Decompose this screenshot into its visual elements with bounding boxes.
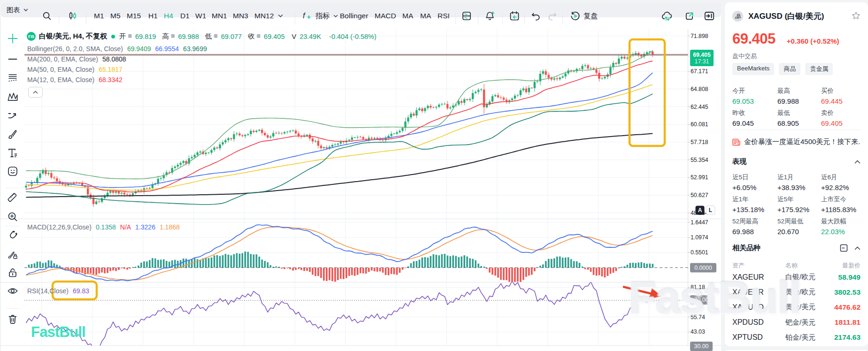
tool-text[interactable] (7, 147, 18, 159)
perf-value: 22.03% (821, 228, 864, 236)
tool-lock-drawings[interactable] (7, 249, 18, 260)
fullscreen-button[interactable] (704, 3, 715, 29)
stat-value: 69.405 (821, 119, 864, 127)
tool-ruler[interactable] (7, 193, 18, 204)
news-item[interactable]: 金价暴涨一度逼近4500美元！接下来... (732, 137, 860, 146)
tool-unlock[interactable] (7, 267, 18, 278)
pane-layout-button[interactable] (461, 3, 472, 29)
toolbar-divider (86, 12, 86, 24)
related-row-XAUEUR[interactable]: XAUEUR黄金/欧元3802.53 (732, 288, 860, 297)
rail-divider (6, 188, 20, 188)
toolbar-divider (478, 12, 478, 24)
related-name: 铂金/美元 (785, 333, 830, 342)
stat-value: 69.053 (732, 97, 776, 105)
related-price: 4476.62 (834, 303, 860, 312)
indicators-label: 指标 (315, 11, 330, 21)
perf-近5日: 近5日+6.05% (732, 173, 776, 191)
timeframe-d1[interactable]: D1 (180, 3, 190, 29)
timeframe-mn12[interactable]: MN12 (254, 3, 274, 29)
related-price: 58.949 (838, 273, 860, 282)
tool-brush[interactable] (7, 129, 18, 140)
svg-text:52.991: 52.991 (691, 174, 708, 181)
timeframe-m1[interactable]: M1 (94, 3, 104, 29)
col-name: 名称 (785, 261, 830, 270)
tag-category[interactable]: 商品 (779, 63, 800, 75)
undo-button[interactable] (531, 3, 541, 29)
tool-crosshair[interactable] (7, 33, 18, 44)
favorite-star-icon[interactable] (852, 11, 860, 22)
chevron-up-icon (854, 160, 860, 164)
alert-button[interactable] (484, 3, 495, 29)
indicator-shortcut-rsi[interactable]: RSI (438, 3, 450, 29)
svg-text:0.5501: 0.5501 (691, 249, 708, 256)
indicator-shortcut-ma2[interactable]: MA (420, 3, 431, 29)
share-button[interactable] (684, 3, 695, 29)
perf-value: +175.92% (777, 206, 821, 214)
svg-text:17:31: 17:31 (695, 58, 709, 65)
symbol-search-button[interactable] (42, 3, 52, 29)
perf-近1月: 近1月+38.93% (777, 173, 821, 191)
indicator-shortcut-ma[interactable]: MA (402, 3, 413, 29)
quote-panel: XAGUSD (白银/美元) 69.405 +0.360 (+0.52%) 盘中… (725, 2, 868, 346)
economic-calendar-button[interactable] (509, 3, 520, 29)
last-price: 69.405 (732, 31, 776, 47)
tool-zoom-in[interactable] (7, 211, 18, 222)
related-row-XPTUSD[interactable]: XPTUSD铂金/美元2174.63 (732, 333, 860, 342)
related-row-XAGEUR[interactable]: XAGEUR白银/欧元58.949 (732, 273, 860, 282)
stat-value: 69.445 (821, 97, 864, 105)
collapse-legend-button[interactable] (28, 87, 43, 98)
col-asset: 资产 (732, 261, 785, 270)
perf-label: 近1月 (777, 173, 821, 182)
tag-subcategory[interactable]: 贵金属 (805, 63, 833, 75)
bell-plus-icon (484, 11, 495, 22)
chart-menu-label: 图表 (7, 6, 20, 15)
tool-fib-lines[interactable] (7, 72, 18, 84)
related-section-header[interactable]: 相关品种 (732, 244, 860, 252)
timeframe-m15[interactable]: M15 (127, 3, 141, 29)
stat-label: 今开 (732, 87, 776, 95)
tool-remove-drawings[interactable] (7, 313, 18, 325)
toolbar-divider (524, 12, 525, 24)
perf-近5年: 近5年+175.92% (777, 195, 821, 214)
stat-value: 68.905 (777, 119, 821, 127)
indicator-shortcut-macd[interactable]: MACD (375, 3, 396, 29)
svg-text:69.405: 69.405 (693, 52, 711, 58)
candlestick-icon (68, 11, 78, 21)
perf-value: +38.93% (777, 183, 821, 191)
timeframe-mn3[interactable]: MN3 (233, 3, 248, 29)
redo-button[interactable] (547, 3, 557, 29)
timeframe-m5[interactable]: M5 (110, 3, 121, 29)
tool-hide-drawings[interactable] (7, 285, 18, 297)
tool-magnet[interactable] (7, 230, 18, 241)
chart-type-button[interactable] (68, 3, 78, 29)
stat-value: 69.045 (732, 119, 776, 127)
perf-近6月: 近6月+92.82% (821, 173, 864, 191)
timeframe-h1[interactable]: H1 (148, 3, 158, 29)
performance-section-header[interactable]: 表现 (732, 157, 860, 166)
performance-title: 表现 (732, 157, 746, 166)
perf-label: 近1年 (732, 195, 776, 204)
indicator-shortcut-bollinger[interactable]: Bollinger (340, 3, 368, 29)
timeframe-h4[interactable]: H4 (164, 3, 173, 29)
timeframe-w1[interactable]: W1 (195, 3, 206, 29)
svg-text:30.00: 30.00 (694, 343, 709, 350)
related-price: 3802.53 (834, 288, 860, 297)
related-row-XAUUSD[interactable]: XAUUSD黄金/美元4476.62 (732, 303, 860, 312)
calendar-arrow-icon (509, 10, 520, 22)
stat-买价: 买价69.445 (821, 87, 864, 105)
timeframe-dropdown[interactable] (278, 3, 283, 29)
tool-emoji[interactable] (7, 166, 18, 177)
related-name: 黄金/欧元 (785, 288, 830, 297)
cloud-sync-button[interactable] (661, 3, 673, 29)
related-row-XPDUSD[interactable]: XPDUSD钯金/美元1811.81 (732, 318, 860, 327)
replay-button[interactable]: 复盘 (570, 3, 598, 29)
tool-projection[interactable] (7, 110, 18, 121)
indicators-button[interactable]: f 指标 (302, 3, 338, 29)
chevron-down-icon (23, 8, 28, 12)
toolbar-divider (59, 12, 59, 24)
tool-xabcd-pattern[interactable] (7, 91, 18, 102)
timeframe-mn1[interactable]: MN1 (212, 3, 227, 29)
tool-trend-line[interactable] (7, 53, 18, 65)
tag-broker[interactable]: BeeMarkets (732, 63, 774, 75)
svg-text:L: L (709, 207, 712, 214)
